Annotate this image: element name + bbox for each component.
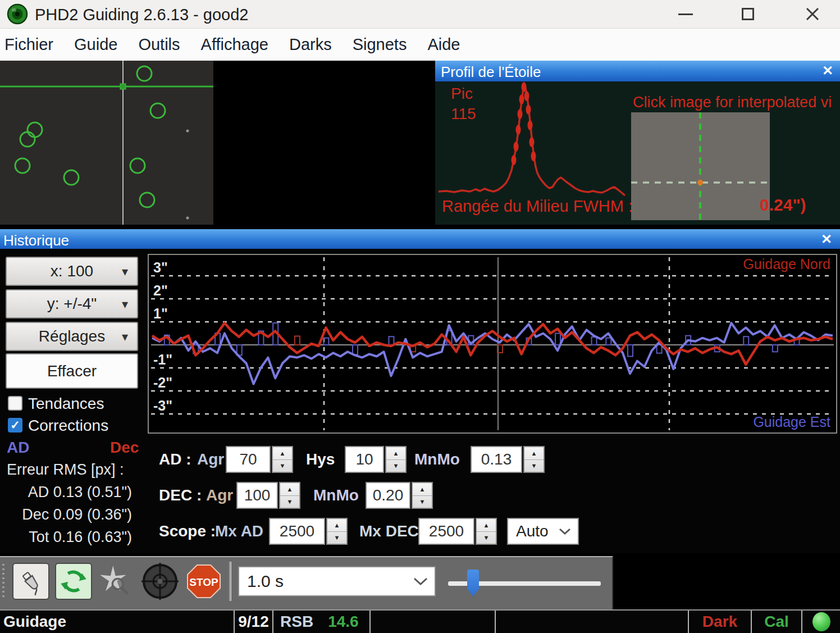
menu-signets[interactable]: Signets [353,35,407,54]
hys-input[interactable] [345,446,384,473]
settings-button[interactable]: Réglages ▾ [6,322,138,351]
menu-affichage[interactable]: Affichage [201,35,268,54]
mxad-input[interactable] [269,518,325,545]
ad-mnmo-input[interactable] [471,446,522,473]
spin-up-icon[interactable]: ▲ [327,519,346,532]
spin-up-icon[interactable]: ▲ [280,483,299,496]
maximize-icon [742,8,754,20]
guide-button[interactable] [140,562,180,601]
close-icon [805,7,820,21]
spin-down-icon[interactable]: ▼ [327,532,346,544]
interpolated-hint: Click image for interpolated vi [633,94,840,111]
window-titlebar[interactable]: PHD2 Guiding 2.6.13 - good2 [0,0,840,29]
mxdec-stepper[interactable]: ▲▼ [476,518,497,545]
status-dark-indicator: Dark [689,611,752,633]
hys-stepper[interactable]: ▲▼ [385,446,407,473]
hys-label: Hys [306,450,335,468]
star-magnifier-icon [98,564,132,598]
svg-text:-3": -3" [153,398,172,413]
star-inset-image[interactable] [631,112,770,220]
toolbar-grip[interactable] [2,564,4,600]
phd2-window: PHD2 Guiding 2.6.13 - good2 Fichier Guid… [0,0,840,633]
spin-up-icon[interactable]: ▲ [413,483,432,496]
menu-guide[interactable]: Guide [74,35,117,54]
dec-mode-select[interactable]: Auto [507,518,579,545]
status-bar: Guidage 9/12 RSB 14.6 Dark Cal [0,609,840,633]
stop-sign-icon: STOP [186,564,221,599]
spin-up-icon[interactable]: ▲ [386,447,405,460]
legend-ad: AD [7,439,29,457]
spin-up-icon[interactable]: ▲ [524,447,544,460]
chevron-down-icon [559,527,571,535]
corrections-label[interactable]: Corrections [28,417,108,435]
guide-graph-plot: 3"2"1"-1"-2"-3" [149,255,836,432]
spin-down-icon[interactable]: ▼ [524,460,544,472]
scope-prefix: Scope : [159,522,216,540]
x-scale-button[interactable]: x: 100 ▾ [6,257,138,286]
dec-agr-stepper[interactable]: ▲▼ [279,482,300,509]
exposure-value: 1.0 s [247,572,284,591]
brightness-slider-thumb[interactable] [467,570,479,596]
exposure-select[interactable]: 1.0 s [238,566,436,596]
status-cal-indicator: Cal [752,611,802,633]
menu-fichier[interactable]: Fichier [4,35,53,54]
spin-down-icon[interactable]: ▼ [386,460,405,472]
stop-button[interactable]: STOP [185,563,222,600]
phd2-logo-icon [7,3,28,25]
spin-up-icon[interactable]: ▲ [273,447,292,460]
dec-mnmo-stepper[interactable]: ▲▼ [412,482,433,509]
peak-label: Pic [451,85,473,103]
star-profile-close-icon[interactable]: ✕ [822,63,833,79]
trend-label[interactable]: Tendances [28,395,104,413]
check-icon: ✓ [10,418,20,432]
dec-mode-value: Auto [516,522,549,540]
target-crosshair-icon [141,562,179,600]
status-led [802,611,840,633]
history-title: Historique [3,232,69,249]
star-profile-titlebar[interactable]: Profil de l'Étoile ✕ [435,61,840,81]
trend-checkbox[interactable] [8,396,22,411]
spin-down-icon[interactable]: ▼ [477,532,496,544]
ad-prefix: AD : [159,450,191,468]
ad-mnmo-stepper[interactable]: ▲▼ [523,446,545,473]
camera-frame[interactable] [0,61,431,225]
history-titlebar[interactable]: Historique ✕ [0,229,840,249]
spin-down-icon[interactable]: ▼ [273,460,292,472]
ad-agr-input[interactable] [226,446,271,473]
menu-outils[interactable]: Outils [138,35,180,54]
connect-equipment-button[interactable] [12,563,49,600]
star-profile-body: Pic 115 Click image for interpolated vi … [435,81,840,225]
legend-dec: Dec [110,439,139,457]
dec-agr-input[interactable] [236,482,278,509]
guide-graph: 3"2"1"-1"-2"-3" Guidage Nord Guidage Est [148,254,837,434]
rms-ad: AD 0.13 (0.51") [0,484,132,501]
menu-bar: Fichier Guide Outils Affichage Darks Sig… [0,29,840,61]
mxad-stepper[interactable]: ▲▼ [326,518,348,545]
ad-agr-label: Agr [197,450,224,468]
y-scale-button[interactable]: y: +/-4" ▾ [6,289,138,318]
dec-mnmo-label: MnMo [313,486,359,504]
rms-tot: Tot 0.16 (0.63") [0,529,132,546]
mxdec-input[interactable] [418,518,474,545]
minimize-button[interactable] [661,0,710,28]
loop-exposure-button[interactable] [55,563,92,600]
auto-select-star-button[interactable] [97,563,134,600]
close-button[interactable] [788,0,837,28]
maximize-button[interactable] [724,0,772,28]
menu-aide[interactable]: Aide [427,35,460,54]
spin-up-icon[interactable]: ▲ [477,519,496,532]
history-close-icon[interactable]: ✕ [821,231,832,247]
corrections-checkbox[interactable]: ✓ [8,418,22,432]
spin-down-icon[interactable]: ▼ [280,496,299,508]
spin-down-icon[interactable]: ▼ [413,496,432,508]
connector-plug-icon [16,567,45,596]
svg-text:-2": -2" [153,375,172,390]
svg-text:-1": -1" [153,352,172,367]
fwhm-value: 0.24") [760,195,806,215]
clear-button[interactable]: Effacer [6,353,138,389]
rms-header: Erreur RMS [px] : [7,461,124,479]
ad-agr-stepper[interactable]: ▲▼ [272,446,293,473]
menu-darks[interactable]: Darks [289,35,332,54]
peak-value: 115 [451,105,476,123]
dec-mnmo-input[interactable] [366,482,410,509]
